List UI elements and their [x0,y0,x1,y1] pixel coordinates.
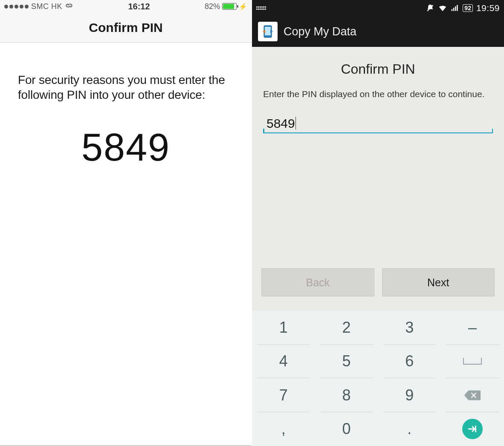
svg-rect-4 [457,5,458,11]
key-backspace[interactable] [441,378,504,412]
key-go[interactable] [441,412,504,446]
pin-input-wrap[interactable]: 5849 [263,116,493,133]
android-clock: 19:59 [476,3,500,13]
android-content: Confirm PIN Enter the PIN displayed on t… [252,47,504,133]
key-space[interactable] [441,345,504,379]
ios-screen: SMC HK 16:12 82% ⚡ Confirm PIN For secur… [0,0,252,446]
ios-clock: 16:12 [128,2,150,12]
key-7[interactable]: 7 [252,378,315,412]
key-comma[interactable]: , [252,412,315,446]
text-cursor [295,117,296,129]
spacebar-icon [463,358,482,365]
ios-status-left: SMC HK [4,1,73,12]
pin-input[interactable]: 5849 [266,116,295,130]
android-status-right: 92 19:59 [426,3,500,13]
key-0[interactable]: 0 [315,412,378,446]
key-dash[interactable]: – [441,311,504,345]
page-heading: Confirm PIN [263,61,493,77]
svg-rect-3 [455,6,456,11]
android-screen: 92 19:59 Copy My Data Confirm PIN Enter … [252,0,504,446]
svg-rect-6 [265,27,271,35]
key-8[interactable]: 8 [315,378,378,412]
key-4[interactable]: 4 [252,345,315,379]
app-icon [258,22,278,41]
go-icon [462,419,483,439]
back-button[interactable]: Back [261,268,374,296]
carrier-label: SMC HK [31,2,62,11]
key-1[interactable]: 1 [252,311,315,345]
keyboard-indicator-icon [256,6,266,10]
wifi-icon [438,3,447,13]
ios-body: For security reasons you must enter the … [0,43,252,170]
key-2[interactable]: 2 [315,311,378,345]
next-button[interactable]: Next [382,268,495,296]
ios-status-right: 82% ⚡ [205,2,247,11]
battery-level-label: 92 [463,4,473,12]
key-9[interactable]: 9 [378,378,441,412]
app-title: Copy My Data [284,25,356,38]
nav-buttons: Back Next [252,268,504,296]
android-status-bar: 92 19:59 [252,0,504,16]
charging-bolt-icon: ⚡ [239,3,247,11]
key-5[interactable]: 5 [315,345,378,379]
battery-percent-label: 82% [205,2,220,11]
key-3[interactable]: 3 [378,311,441,345]
cellular-signal-icon [451,4,459,12]
svg-rect-2 [453,8,455,11]
signal-dots-icon [4,5,29,9]
instruction-text: For security reasons you must enter the … [18,72,234,102]
nav-title: Confirm PIN [89,20,162,35]
battery-icon [222,3,237,10]
pin-display: 5849 [18,126,234,170]
ios-status-bar: SMC HK 16:12 82% ⚡ [0,0,252,13]
personal-hotspot-icon [65,1,73,12]
svg-rect-1 [452,9,453,11]
app-bar: Copy My Data [252,16,504,47]
mute-icon [426,4,434,12]
key-dot[interactable]: . [378,412,441,446]
key-6[interactable]: 6 [378,345,441,379]
page-subtext: Enter the PIN displayed on the other dev… [263,88,493,100]
ios-nav-bar: Confirm PIN [0,13,252,43]
numeric-keypad: 1 2 3 – 4 5 6 7 8 9 , 0 . [252,311,504,446]
